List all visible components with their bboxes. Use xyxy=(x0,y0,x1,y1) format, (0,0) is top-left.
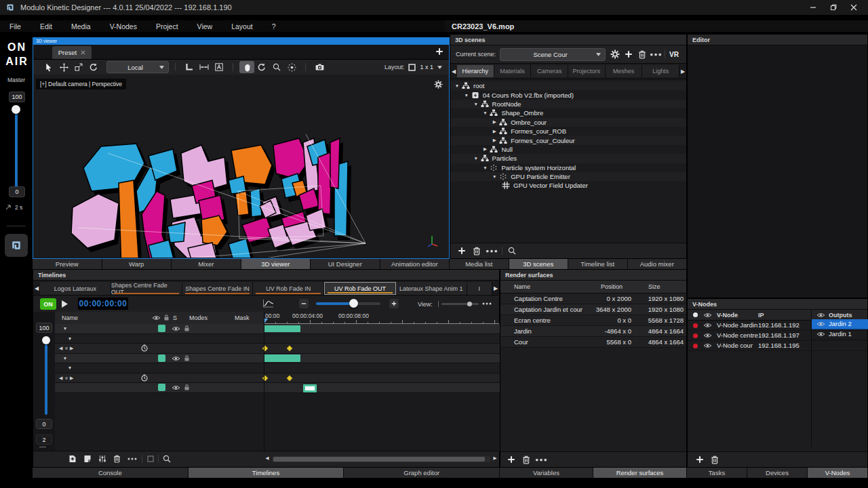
menu-[interactable]: ? xyxy=(262,20,285,32)
outputs-eye-header-icon[interactable] xyxy=(816,312,825,318)
scenes-tabs-scroll-right[interactable]: ▶ xyxy=(679,68,686,75)
timeline-tab-logos-lateraux[interactable]: Logos Lateraux xyxy=(40,282,111,295)
add-key-button[interactable] xyxy=(65,377,68,380)
expand-arrow[interactable]: ▶ xyxy=(481,146,488,152)
tab-warp[interactable]: Warp xyxy=(102,259,172,269)
scenes-tab-projectors[interactable]: Projectors xyxy=(568,65,606,77)
scenes-tab-lights[interactable]: Lights xyxy=(642,65,679,77)
next-key-button[interactable]: ▶ xyxy=(70,375,73,381)
zoom-in-button[interactable] xyxy=(389,299,399,308)
zoom-out-button[interactable] xyxy=(299,299,309,308)
scenes-tab-cameras[interactable]: Cameras xyxy=(531,65,568,77)
menu-media[interactable]: Media xyxy=(62,20,100,32)
add-node-button[interactable] xyxy=(454,247,469,255)
tab-render-surfaces[interactable]: Render surfaces xyxy=(593,468,687,478)
play-button[interactable] xyxy=(62,300,68,308)
tab-console[interactable]: Console xyxy=(33,468,189,478)
track-row-value-5[interactable]: ◀ ▶ xyxy=(55,373,500,384)
view-more-button[interactable] xyxy=(482,302,492,305)
menu-edit[interactable]: Edit xyxy=(31,20,62,32)
delete-node-button[interactable] xyxy=(469,247,484,256)
tree-node-formes-cour-couleur[interactable]: ▶Formes_cour_Couleur xyxy=(450,136,686,144)
scenes-tab-hierarchy[interactable]: Hierarchy xyxy=(457,65,494,77)
timeline-clip[interactable] xyxy=(264,325,300,333)
menu-file[interactable]: File xyxy=(0,20,31,32)
h-scrollbar-thumb[interactable] xyxy=(273,457,485,462)
collapse-arrow[interactable]: ▼ xyxy=(481,165,488,170)
command-block[interactable] xyxy=(303,384,317,392)
delete-scene-button[interactable] xyxy=(635,50,649,59)
scenes-tabs-scroll-left[interactable]: ◀ xyxy=(450,68,457,75)
timeline-clip[interactable] xyxy=(264,354,300,362)
surface-row-captation-jardin-et-cour[interactable]: Captation Jardin et cour 3648 x 2000 192… xyxy=(500,304,686,315)
tab-preview[interactable]: Preview xyxy=(33,259,102,269)
keyframe-diamond[interactable] xyxy=(286,346,292,351)
camera-label-chip[interactable]: [+] Default camera | Perspective xyxy=(36,79,126,89)
add-surface-button[interactable] xyxy=(504,455,519,464)
track-more-button[interactable] xyxy=(127,458,137,460)
tab-graph-editor[interactable]: Graph editor xyxy=(344,468,500,478)
tab-3d-scenes[interactable]: 3D scenes xyxy=(509,259,569,269)
timeline-zoom-slider-handle[interactable] xyxy=(349,299,358,308)
vnode-eye-header-icon[interactable] xyxy=(703,312,712,318)
select-tool-button[interactable] xyxy=(41,61,56,73)
keyframe-diamond[interactable] xyxy=(286,375,292,380)
surface-more-button[interactable] xyxy=(534,458,549,462)
scenes-tab-materials[interactable]: Materials xyxy=(494,65,532,77)
track-row-properties-1[interactable]: ▼ xyxy=(55,334,500,344)
transform-space-dropdown[interactable]: Local xyxy=(106,61,169,73)
output-row-jardin-1[interactable]: Jardin 1 xyxy=(811,329,868,340)
focus-tool-button[interactable] xyxy=(284,61,299,73)
tree-node-root[interactable]: ▼root xyxy=(450,81,686,90)
col-lock-icon[interactable] xyxy=(163,314,170,321)
col-visibility-eye-icon[interactable] xyxy=(152,315,161,321)
collapse-arrow[interactable]: ▼ xyxy=(473,156,479,161)
delete-vnode-button[interactable] xyxy=(707,455,722,464)
axes-tool-button[interactable] xyxy=(182,61,197,73)
h-scrollbar-track[interactable] xyxy=(272,456,490,462)
tree-node-gpu-vector-field-updater[interactable]: GPU Vector Field Updater xyxy=(450,181,686,190)
annotation-tool-button[interactable] xyxy=(212,61,226,73)
scene-more-button[interactable] xyxy=(649,53,663,56)
delete-surface-button[interactable] xyxy=(519,455,534,464)
tab-ui-designer[interactable]: UI Designer xyxy=(311,259,380,269)
gutter-slider-track[interactable] xyxy=(45,339,47,415)
scale-tool-button[interactable] xyxy=(71,61,86,73)
tab-animation-editor[interactable]: Animation editor xyxy=(380,259,450,269)
layout-chevron-icon[interactable] xyxy=(437,66,442,69)
collapse-arrow[interactable]: ▼ xyxy=(454,83,460,88)
tree-node-particles[interactable]: ▼Particles xyxy=(450,154,686,163)
preset-tab-close-icon[interactable] xyxy=(81,50,85,55)
scenes-tab-meshes[interactable]: Meshes xyxy=(606,65,643,77)
menu-view[interactable]: View xyxy=(188,20,222,32)
timecode-display[interactable]: 00:00:00:00 xyxy=(78,298,128,310)
expand-arrow[interactable]: ▶ xyxy=(491,119,498,125)
tree-node-formes-cour-rob[interactable]: ▶Formes_cour_ROB xyxy=(450,127,686,136)
tree-search-button[interactable] xyxy=(505,247,519,255)
scrollbar-left-arrow[interactable]: ◀ xyxy=(264,455,271,461)
minimize-button[interactable] xyxy=(803,2,823,13)
master-slider-track[interactable] xyxy=(15,110,18,188)
view-slider-handle[interactable] xyxy=(467,302,472,306)
timeline-zoom-slider-track[interactable] xyxy=(316,302,380,305)
track-row-transparency-shape-color-la-0[interactable]: ▼ xyxy=(55,324,500,334)
tab-3d-viewer[interactable]: 3D viewer xyxy=(241,259,311,269)
timeline-tab-lateraux-shape-anim-1[interactable]: Lateraux Shape Anim 1 xyxy=(396,282,467,295)
current-scene-dropdown[interactable]: Scene Cour xyxy=(500,48,606,61)
filter-checkbox[interactable] xyxy=(147,455,154,462)
timeline-tab-uv-rob-fade-in[interactable]: UV Rob Fade IN xyxy=(253,282,324,295)
tab-audio-mixer[interactable]: Audio mixer xyxy=(628,259,688,269)
surface-row-captation-centre[interactable]: Captation Centre 0 x 2000 1920 x 1080 xyxy=(500,293,686,304)
menu-v-nodes[interactable]: V-Nodes xyxy=(100,20,146,32)
pan-tool-button[interactable] xyxy=(239,61,254,73)
timeline-tab-shapes-centre-fade-out[interactable]: Shapes Centre Fade OUT xyxy=(111,282,182,295)
collapse-arrow[interactable]: ▼ xyxy=(62,356,68,361)
track-row-value-2[interactable]: ◀ ▶ xyxy=(55,344,500,354)
output-row-jardin-2[interactable]: Jardin 2 xyxy=(811,319,868,329)
rotate-tool-button[interactable] xyxy=(86,61,101,73)
master-slider-handle[interactable] xyxy=(12,105,20,114)
collapse-arrow[interactable]: ▼ xyxy=(463,93,470,98)
track-row-properties-4[interactable]: ▼ xyxy=(55,363,500,373)
delete-track-button[interactable] xyxy=(113,455,121,463)
surface-row-ecran-centre[interactable]: Ecran centre 0 x 0 5568 x 1728 xyxy=(500,315,686,326)
